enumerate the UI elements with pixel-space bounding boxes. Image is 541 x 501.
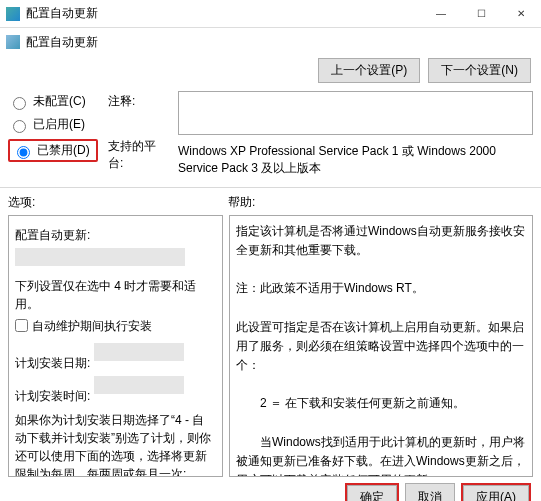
opt-sched-day-label: 计划安装日期: [15,356,90,370]
opt-sched-day-select[interactable] [94,343,184,361]
radio-not-configured-label: 未配置(C) [33,93,86,110]
next-setting-button[interactable]: 下一个设置(N) [428,58,531,83]
opt-maintenance-input[interactable] [15,319,28,332]
form-labels: 注释: 支持的平台: [108,91,168,172]
prev-setting-button[interactable]: 上一个设置(P) [318,58,420,83]
nav-row: 上一个设置(P) 下一个设置(N) [0,56,541,89]
dialog-footer: 确定 取消 应用(A) [0,477,541,501]
ok-button[interactable]: 确定 [347,485,397,501]
maximize-button[interactable]: ☐ [461,0,501,28]
policy-icon [6,35,20,49]
radio-enabled-label: 已启用(E) [33,116,85,133]
radio-disabled[interactable]: 已禁用(D) [12,142,90,159]
opt-maintenance-checkbox[interactable]: 自动维护期间执行安装 [15,317,216,335]
help-p5: 当Windows找到适用于此计算机的更新时，用户将被通知更新已准备好下载。在进入… [236,433,526,477]
opt-long-note: 如果你为计划安装日期选择了“4 - 自动下载并计划安装”别选了计划，则你还可以使… [15,411,216,477]
window-controls: — ☐ ✕ [421,0,541,28]
app-icon [6,7,20,21]
minimize-button[interactable]: — [421,0,461,28]
ok-highlight: 确定 [345,483,399,501]
apply-highlight: 应用(A) [461,483,531,501]
radio-enabled-input[interactable] [13,120,26,133]
help-p2: 注：此政策不适用于Windows RT。 [236,279,526,298]
config-row: 未配置(C) 已启用(E) 已禁用(D) 注释: 支持的平台: Windows … [0,89,541,181]
help-label: 帮助: [228,194,533,211]
comment-label: 注释: [108,93,168,110]
radio-not-configured-input[interactable] [13,97,26,110]
close-button[interactable]: ✕ [501,0,541,28]
radio-enabled[interactable]: 已启用(E) [8,116,98,133]
titlebar: 配置自动更新 — ☐ ✕ [0,0,541,28]
window-title: 配置自动更新 [26,5,421,22]
main-split: 配置自动更新: 下列设置仅在选中 4 时才需要和适用。 自动维护期间执行安装 计… [0,211,541,477]
opt-maintenance-label: 自动维护期间执行安装 [32,317,152,335]
help-p1: 指定该计算机是否将通过Windows自动更新服务接收安全更新和其他重要下载。 [236,222,526,260]
radio-disabled-input[interactable] [17,146,30,159]
policy-title: 配置自动更新 [26,34,98,51]
policy-header: 配置自动更新 [0,28,541,56]
help-panel[interactable]: 指定该计算机是否将通过Windows自动更新服务接收安全更新和其他重要下载。 注… [229,215,533,477]
comment-textarea[interactable] [178,91,533,135]
opt-sched-time-label: 计划安装时间: [15,389,90,403]
platform-text: Windows XP Professional Service Pack 1 或… [178,139,533,177]
apply-button[interactable]: 应用(A) [463,485,529,501]
opt-sched-time-select[interactable] [94,376,184,394]
help-p4: 2 ＝ 在下载和安装任何更新之前通知。 [236,394,526,413]
form-fields: Windows XP Professional Service Pack 1 或… [178,91,533,177]
radio-disabled-highlight: 已禁用(D) [8,139,98,162]
opt-config-select[interactable] [15,248,185,266]
state-radios: 未配置(C) 已启用(E) 已禁用(D) [8,91,98,162]
divider [0,187,541,188]
options-label: 选项: [8,194,228,211]
radio-disabled-label: 已禁用(D) [37,142,90,159]
section-headers: 选项: 帮助: [0,194,541,211]
opt-heading: 配置自动更新: [15,226,216,244]
platform-label: 支持的平台: [108,138,168,172]
radio-not-configured[interactable]: 未配置(C) [8,93,98,110]
cancel-button[interactable]: 取消 [405,483,455,501]
options-panel[interactable]: 配置自动更新: 下列设置仅在选中 4 时才需要和适用。 自动维护期间执行安装 计… [8,215,223,477]
opt-note: 下列设置仅在选中 4 时才需要和适用。 [15,277,216,313]
help-p3: 此设置可指定是否在该计算机上启用自动更新。如果启用了服务，则必须在组策略设置中选… [236,318,526,376]
